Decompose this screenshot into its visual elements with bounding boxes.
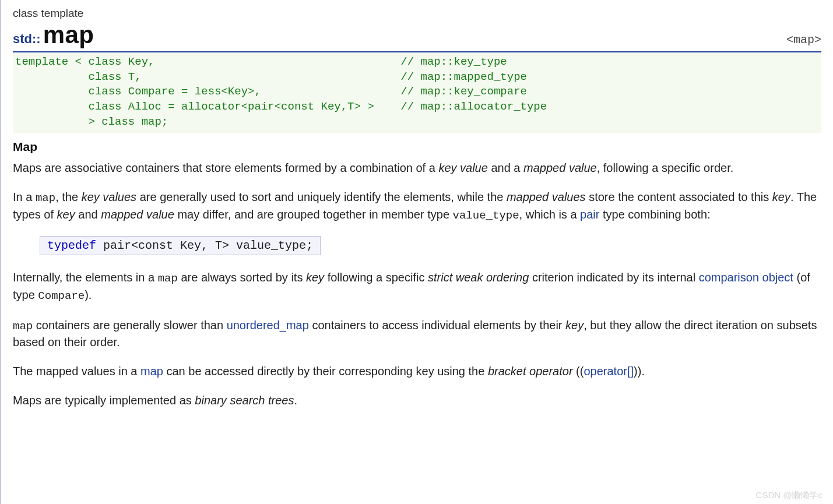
mono: map: [13, 320, 33, 333]
italic: bracket operator: [488, 365, 573, 378]
text: and a: [488, 161, 523, 174]
italic: mapped value: [523, 161, 597, 174]
watermark: CSDN @懒懒学c: [756, 490, 823, 501]
map-link[interactable]: map: [140, 365, 163, 378]
text: , which is a: [519, 208, 580, 221]
class-name: map: [43, 21, 94, 49]
namespace-prefix: std::: [13, 31, 41, 47]
text: type combining both:: [599, 208, 710, 221]
section-title: Map: [13, 140, 821, 154]
text: following a specific: [324, 271, 428, 284]
keyword: typedef: [47, 239, 96, 252]
title-row: std:: map <map>: [13, 21, 821, 49]
doc-page: class template std:: map <map> template …: [0, 0, 833, 504]
italic: strict weak ordering: [428, 271, 529, 284]
text: .: [294, 394, 297, 407]
text: containers to access individual elements…: [309, 319, 565, 332]
mono: Compare: [38, 290, 85, 302]
italic: key value: [438, 161, 488, 174]
para-2: In a map, the key values are generally u…: [13, 189, 821, 223]
text: may differ, and are grouped together in …: [174, 208, 453, 221]
italic: mapped value: [101, 208, 174, 221]
para-4: map containers are generally slower than…: [13, 317, 821, 351]
text: are always sorted by its: [178, 271, 306, 284]
italic: key values: [82, 191, 137, 203]
text: , the: [55, 191, 81, 203]
header-tag: <map>: [786, 33, 821, 47]
text: can be accessed directly by their corres…: [163, 365, 488, 378]
italic: key: [565, 319, 584, 332]
italic: key: [57, 208, 75, 221]
mono: map: [36, 192, 55, 205]
typedef-rest: pair<const Key, T> value_type;: [96, 239, 313, 252]
text: store the content associated to this: [586, 191, 772, 203]
text: ((: [573, 365, 584, 378]
comparison-object-link[interactable]: comparison object: [699, 271, 793, 284]
operator-brackets-link[interactable]: operator[]: [584, 365, 634, 378]
text: ).: [85, 288, 92, 301]
italic: binary search trees: [195, 394, 294, 407]
text: Maps are associative containers that sto…: [13, 161, 438, 174]
unordered-map-link[interactable]: unordered_map: [227, 319, 309, 332]
italic: key: [306, 271, 324, 284]
mono: map: [158, 272, 178, 285]
para-3: Internally, the elements in a map are al…: [13, 269, 821, 304]
text: containers are generally slower than: [33, 319, 226, 332]
text: , following a specific order.: [597, 161, 734, 174]
para-6: Maps are typically implemented as binary…: [13, 392, 821, 408]
typedef-box: typedef pair<const Key, T> value_type;: [40, 236, 321, 255]
text: Maps are typically implemented as: [13, 394, 195, 407]
italic: mapped values: [507, 191, 586, 203]
text: The mapped values in a: [13, 365, 140, 378]
category-label: class template: [13, 7, 821, 20]
text: Internally, the elements in a: [13, 271, 158, 284]
text: and: [75, 208, 101, 221]
text: are generally used to sort and uniquely …: [136, 191, 507, 203]
para-5: The mapped values in a map can be access…: [13, 363, 821, 379]
text: )).: [634, 365, 645, 378]
italic: key: [772, 191, 790, 203]
mono: value_type: [453, 209, 519, 222]
pair-link[interactable]: pair: [580, 208, 599, 221]
text: In a: [13, 191, 36, 203]
text: criterion indicated by its internal: [529, 271, 698, 284]
title-left: std:: map: [13, 21, 94, 49]
template-declaration: template < class Key, // map::key_type c…: [13, 51, 821, 133]
para-1: Maps are associative containers that sto…: [13, 160, 821, 176]
